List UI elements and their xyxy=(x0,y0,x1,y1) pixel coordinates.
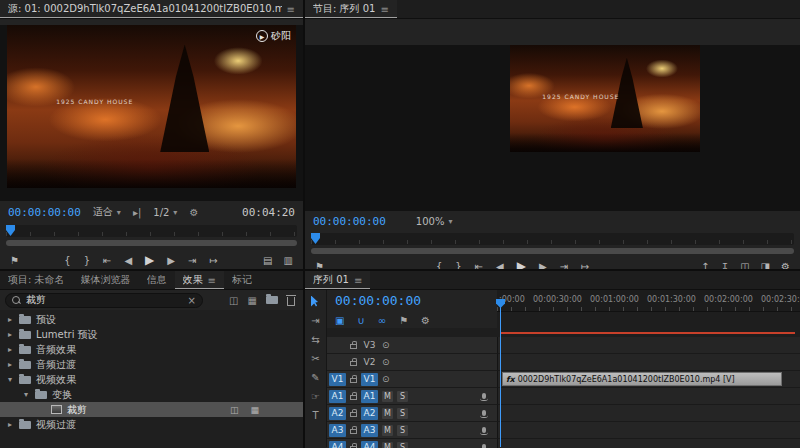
track-name[interactable]: A2 xyxy=(361,407,378,420)
insert-button[interactable]: ▤ xyxy=(263,255,272,266)
tree-item-video-transitions[interactable]: ▸ 视频过渡 xyxy=(0,417,303,432)
linked-selection-icon[interactable]: ∞ xyxy=(378,315,386,326)
drag-av-icon[interactable]: ▸| xyxy=(133,207,141,218)
tab-sequence[interactable]: 序列 01 ≡ xyxy=(305,271,370,289)
track-name[interactable]: V2 xyxy=(361,356,378,369)
tab-program[interactable]: 节目: 序列 01 ≡ xyxy=(305,0,397,18)
timeline-timecode[interactable]: 00:00:00:00 xyxy=(335,293,421,308)
track-content-v3[interactable] xyxy=(497,337,800,354)
track-content-a3[interactable] xyxy=(497,422,800,439)
jump-button[interactable]: ↦ xyxy=(581,261,589,270)
program-video-frame[interactable]: 1925 CANDY HOUSE xyxy=(510,45,700,152)
go-to-in-button[interactable]: ⇤ xyxy=(475,261,483,270)
accelerated-effects-filter-icon[interactable]: ◫ xyxy=(229,295,238,306)
comparison-view-button[interactable]: ◨ xyxy=(761,261,770,270)
add-marker-icon[interactable]: ⚑ xyxy=(399,315,408,326)
step-back-button[interactable]: ◀ xyxy=(496,261,504,270)
go-to-in-button[interactable]: ⇤ xyxy=(103,255,111,266)
tree-item-lumetri-presets[interactable]: ▸ Lumetri 预设 xyxy=(0,327,303,342)
tree-item-presets[interactable]: ▸ 预设 xyxy=(0,312,303,327)
step-forward-button[interactable]: ▶ xyxy=(539,261,547,270)
tree-item-audio-effects[interactable]: ▸ 音频效果 xyxy=(0,342,303,357)
twisty-collapsed-icon[interactable]: ▸ xyxy=(6,360,14,369)
twisty-collapsed-icon[interactable]: ▸ xyxy=(6,315,14,324)
source-patch-a4[interactable]: A4 xyxy=(329,441,346,448)
tab-project[interactable]: 项目: 未命名 xyxy=(0,271,73,289)
solo-button[interactable]: S xyxy=(397,408,408,419)
play-button[interactable]: ▶ xyxy=(517,259,526,269)
lock-icon[interactable] xyxy=(350,412,357,417)
new-custom-bin-icon[interactable] xyxy=(266,296,278,304)
timeline-clip[interactable]: fx 0002D9hTlk07qZeE6A1a01041200tIZB0E010… xyxy=(502,372,782,386)
voiceover-record-icon[interactable] xyxy=(482,444,486,448)
track-name[interactable]: A3 xyxy=(361,424,378,437)
clear-search-icon[interactable]: × xyxy=(188,295,196,306)
step-back-button[interactable]: ◀ xyxy=(124,255,132,266)
track-content-a2[interactable] xyxy=(497,405,800,422)
twisty-collapsed-icon[interactable]: ▸ xyxy=(6,345,14,354)
tree-item-transform[interactable]: ▾ 变换 xyxy=(0,387,303,402)
panel-menu-icon[interactable]: ≡ xyxy=(354,275,362,286)
jump-button[interactable]: ↦ xyxy=(209,255,217,266)
twisty-collapsed-icon[interactable]: ▸ xyxy=(6,420,14,429)
program-scrubber[interactable] xyxy=(311,233,794,245)
nest-toggle-icon[interactable]: ▣ xyxy=(335,315,344,326)
twisty-expanded-icon[interactable]: ▾ xyxy=(22,390,30,399)
settings-icon[interactable]: ⚙ xyxy=(189,207,198,218)
voiceover-record-icon[interactable] xyxy=(482,427,486,433)
fit-dropdown[interactable]: 适合 ▾ xyxy=(93,205,121,219)
lift-button[interactable]: ↥ xyxy=(701,261,709,270)
bit32-filter-icon[interactable]: ▦ xyxy=(248,295,257,306)
solo-button[interactable]: S xyxy=(397,425,408,436)
zoom-level-dropdown[interactable]: 100% ▾ xyxy=(416,216,453,227)
source-patch-blank[interactable] xyxy=(329,356,346,369)
mark-out-button[interactable]: } xyxy=(84,255,90,266)
tab-effects[interactable]: 效果 ≡ xyxy=(175,271,224,289)
mark-out-button[interactable]: } xyxy=(455,261,461,270)
source-patch-v1[interactable]: V1 xyxy=(329,373,346,386)
source-scrubber[interactable] xyxy=(6,225,297,237)
source-patch-a2[interactable]: A2 xyxy=(329,407,346,420)
timeline-ruler[interactable]: :00:00 00:00:30:00 00:01:00:00 00:01:30:… xyxy=(497,290,800,312)
export-frame-button[interactable]: ◫ xyxy=(740,261,749,270)
source-patch-blank[interactable] xyxy=(329,339,346,352)
track-content-a4[interactable] xyxy=(497,439,800,448)
panel-menu-icon[interactable]: ≡ xyxy=(380,4,388,15)
type-tool[interactable]: T xyxy=(305,409,326,421)
lock-icon[interactable] xyxy=(350,344,357,349)
tab-source[interactable]: 源: 01: 0002D9hTlk07qZeE6A1a01041200tIZB0… xyxy=(0,0,303,18)
source-patch-a1[interactable]: A1 xyxy=(329,390,346,403)
add-marker-button[interactable]: ⚑ xyxy=(315,261,324,270)
step-forward-button[interactable]: ▶ xyxy=(167,255,175,266)
ripple-edit-tool[interactable]: ⇆ xyxy=(305,333,326,345)
eye-icon[interactable]: ⊙ xyxy=(382,340,390,350)
tab-media-browser[interactable]: 媒体浏览器 xyxy=(73,271,139,289)
go-to-out-button[interactable]: ⇥ xyxy=(188,255,196,266)
hand-tool[interactable]: ☞ xyxy=(305,390,326,402)
lock-icon[interactable] xyxy=(350,395,357,400)
settings-icon[interactable]: ⚙ xyxy=(781,261,790,270)
snap-toggle-icon[interactable]: ∪ xyxy=(357,315,364,326)
effects-search-input[interactable]: 裁剪 × xyxy=(5,293,203,308)
playback-resolution-dropdown[interactable]: 1/2 ▾ xyxy=(153,207,177,218)
mute-button[interactable]: M xyxy=(382,425,393,436)
voiceover-record-icon[interactable] xyxy=(482,393,486,399)
lock-icon[interactable] xyxy=(350,429,357,434)
overwrite-button[interactable]: ▥ xyxy=(284,255,293,266)
solo-button[interactable]: S xyxy=(397,391,408,402)
go-to-out-button[interactable]: ⇥ xyxy=(560,261,568,270)
track-name[interactable]: A1 xyxy=(361,390,378,403)
mark-in-button[interactable]: { xyxy=(436,261,442,270)
track-name[interactable]: A4 xyxy=(361,441,378,448)
eye-icon[interactable]: ⊙ xyxy=(382,374,390,384)
solo-button[interactable]: S xyxy=(397,442,408,448)
track-content-a1[interactable] xyxy=(497,388,800,405)
lock-icon[interactable] xyxy=(350,361,357,366)
program-timecode[interactable]: 00:00:00:00 xyxy=(313,215,386,228)
mute-button[interactable]: M xyxy=(382,408,393,419)
timeline-playhead[interactable] xyxy=(500,304,501,447)
track-select-tool[interactable]: ⇥ xyxy=(305,314,326,326)
extract-button[interactable]: ↧ xyxy=(721,261,729,270)
track-content-v1[interactable]: fx 0002D9hTlk07qZeE6A1a01041200tIZB0E010… xyxy=(497,371,800,388)
twisty-expanded-icon[interactable]: ▾ xyxy=(6,375,14,384)
